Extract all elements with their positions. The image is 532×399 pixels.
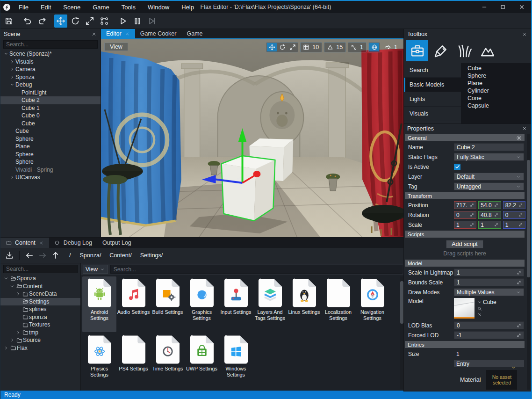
step-button[interactable] (145, 15, 158, 28)
file-item-ps4-settings[interactable]: PS4 Settings (116, 333, 151, 389)
section-header-scripts[interactable]: Scripts (405, 231, 525, 238)
close-icon[interactable] (521, 125, 528, 132)
toolbox-item-plane[interactable]: Plane (467, 80, 531, 87)
close-icon[interactable] (521, 31, 528, 37)
tree-item-splines[interactable]: splines (0, 305, 80, 313)
tree-item-debug[interactable]: Debug (0, 81, 101, 89)
camera-speed-button[interactable] (383, 43, 393, 51)
draw-modes-dropdown[interactable]: Multiple Values (454, 288, 524, 296)
toolbox-tab-spawn[interactable] (406, 40, 428, 61)
scale-x-input[interactable]: 1 (454, 221, 476, 229)
play-button[interactable] (116, 15, 129, 28)
gizmo-rotate-button[interactable] (277, 43, 287, 51)
content-scrollbar[interactable] (400, 276, 403, 389)
transform-snap-button[interactable] (98, 15, 111, 28)
toolbox-tab-vertex-paint[interactable] (430, 40, 452, 61)
rotate-button[interactable] (69, 15, 82, 28)
editor-tab-game[interactable]: Game (181, 29, 208, 38)
tree-item-tmp[interactable]: tmp (0, 329, 80, 337)
position-z-input[interactable]: 82.2 (503, 201, 525, 209)
model-asset-thumbnail[interactable] (454, 298, 474, 319)
tree-item-scene-sponza-[interactable]: Scene (Sponza)* (0, 50, 101, 58)
add-script-button[interactable]: Add script (446, 240, 483, 248)
tree-item-scenedata[interactable]: SceneData (0, 290, 80, 298)
scene-search-input[interactable] (3, 40, 98, 49)
position-y-input[interactable]: 54.0 (478, 201, 501, 209)
bounds-scale-input[interactable]: 1 (454, 278, 524, 286)
editor-tab-editor[interactable]: Editor (101, 29, 135, 38)
tree-item-content[interactable]: Content (0, 283, 80, 290)
content-tree-search-input[interactable] (3, 265, 78, 273)
pause-button[interactable] (131, 15, 144, 28)
toolbox-tab-foliage[interactable] (453, 40, 475, 61)
navigate-up-button[interactable] (50, 249, 62, 261)
content-tab-output-log[interactable]: Output Log (97, 238, 137, 248)
toolbox-category-visuals[interactable]: Visuals (404, 107, 461, 121)
tree-item-sponza[interactable]: Sponza (0, 275, 80, 283)
file-item-android-settings[interactable]: Android Settings (82, 276, 116, 332)
menu-file[interactable]: File (13, 1, 35, 13)
tree-item-flax[interactable]: Flax (0, 344, 80, 352)
viewport[interactable]: View 101511 (101, 39, 403, 237)
menu-edit[interactable]: Edit (35, 1, 57, 13)
view-dropdown[interactable]: View (83, 265, 108, 274)
section-header-entries[interactable]: Entries (405, 341, 525, 348)
asset-name[interactable]: Cube (477, 299, 496, 305)
scrollbar-thumb[interactable] (527, 160, 530, 277)
navigate-forward-button[interactable] (36, 249, 49, 261)
tree-item-pointlight[interactable]: PointLight (0, 89, 101, 97)
scale-y-input[interactable]: 1 (478, 221, 501, 229)
navigate-back-button[interactable] (23, 249, 36, 261)
tree-item-camera[interactable]: Camera (0, 65, 101, 73)
toolbox-item-capsule[interactable]: Capsule (467, 102, 531, 109)
is-active-checkbox[interactable] (454, 164, 460, 170)
menu-window[interactable]: Window (142, 1, 175, 13)
menu-tools[interactable]: Tools (115, 1, 142, 13)
content-tab-content[interactable]: Content (0, 238, 49, 248)
toolbox-category-basic-models[interactable]: Basic Models (404, 78, 461, 92)
position-x-input[interactable]: 717. (454, 201, 476, 209)
tree-item-sponza[interactable]: sponza (0, 313, 80, 321)
tree-item-settings[interactable]: Settings (0, 298, 80, 306)
breadcrumb-item-content[interactable]: Content/ (105, 251, 136, 260)
translate-button[interactable] (54, 15, 67, 28)
rotation-y-input[interactable]: 40.8 (478, 211, 501, 219)
toolbox-category-lights[interactable]: Lights (404, 92, 461, 107)
gizmo-scale-button[interactable] (288, 43, 297, 51)
file-item-uwp-settings[interactable]: UWP Settings (185, 333, 219, 389)
resize-grip-icon[interactable] (525, 392, 530, 398)
tree-item-cube-2[interactable]: Cube 2 (0, 96, 101, 104)
file-item-graphics-settings[interactable]: Graphics Settings (185, 276, 219, 332)
content-tab-debug-log[interactable]: Debug Log (49, 238, 97, 248)
toolbox-tab-carve[interactable] (476, 40, 498, 61)
toolbox-item-cube[interactable]: Cube (467, 65, 531, 72)
minimize-button[interactable] (475, 1, 494, 13)
file-item-audio-settings[interactable]: Audio Settings (116, 276, 151, 332)
menu-help[interactable]: Help (175, 1, 200, 13)
file-item-windows-settings[interactable]: Windows Settings (219, 333, 253, 389)
tree-item-sphere[interactable]: Sphere (0, 158, 101, 166)
section-header-general[interactable]: General (405, 134, 525, 141)
breadcrumb-item-sponza[interactable]: Sponza/ (75, 251, 105, 260)
rotation-x-input[interactable]: 0 (454, 211, 476, 219)
scale-button[interactable] (83, 15, 96, 28)
tree-item-uicanvas[interactable]: UICanvas (0, 174, 101, 181)
tree-item-source[interactable]: Source (0, 336, 80, 344)
tree-item-cube-1[interactable]: Cube 1 (0, 104, 101, 112)
name-input[interactable]: Cube 2 (454, 143, 524, 151)
layer-dropdown[interactable]: Default (454, 173, 524, 181)
tree-item-cube[interactable]: Cube (0, 127, 101, 135)
tag-dropdown[interactable]: Untagged (454, 182, 524, 190)
tree-item-sphere[interactable]: Sphere (0, 151, 101, 159)
file-item-build-settings[interactable]: Build Settings (151, 276, 185, 332)
static-flags-dropdown[interactable]: Fully Static (454, 153, 524, 161)
tree-item-visuals[interactable]: Visuals (0, 58, 101, 66)
toolbox-item-cone[interactable]: Cone (467, 94, 531, 102)
undo-button[interactable] (21, 15, 34, 28)
breadcrumb-item-settings[interactable]: Settings/ (136, 251, 167, 260)
lod-bias-input[interactable]: 0 (454, 321, 524, 329)
viewport-canvas[interactable] (101, 39, 403, 237)
menu-game[interactable]: Game (86, 1, 115, 13)
file-item-time-settings[interactable]: Time Settings (151, 333, 185, 389)
translate-snap-button[interactable] (301, 43, 311, 51)
